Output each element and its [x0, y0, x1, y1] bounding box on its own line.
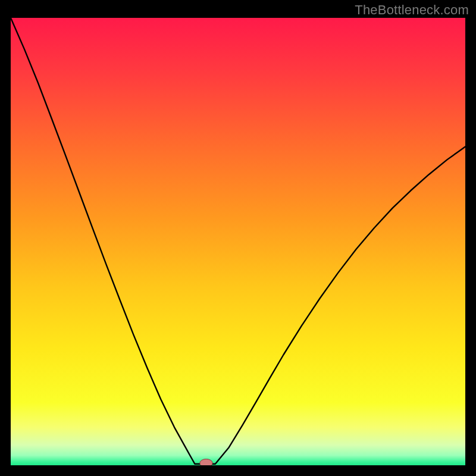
plot-inner — [11, 18, 465, 465]
watermark-text: TheBottleneck.com — [355, 2, 469, 18]
optimum-marker — [200, 459, 212, 465]
chart-svg — [11, 18, 465, 465]
plot-area — [11, 18, 465, 465]
gradient-background — [11, 18, 465, 465]
app-frame: TheBottleneck.com — [0, 0, 476, 476]
